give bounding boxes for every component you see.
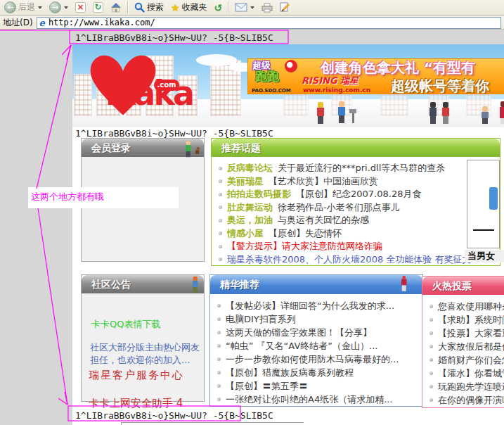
- essence-text[interactable]: 电脑DIY扫盲系列: [226, 312, 296, 326]
- member-login-header: 会员登录: [82, 139, 204, 157]
- history-button[interactable]: ↺: [213, 1, 224, 15]
- bullet-icon: [429, 385, 433, 388]
- list-item[interactable]: 拍拍走数码摄影【原创】纪念2007.08.28月食: [219, 188, 496, 201]
- list-item[interactable]: 大家放假后都是什...: [429, 340, 504, 353]
- list-item[interactable]: 【发帖必读】详细回答“为什么我发的求...: [217, 299, 418, 312]
- favorites-button[interactable]: ★ 收藏夹: [169, 1, 209, 15]
- print-button[interactable]: [260, 1, 274, 15]
- vote-text[interactable]: 【灌水】你看城管...: [438, 367, 504, 380]
- announcements-body: 卡卡QQ表情下载 社区大部分版主由热心网友 担任，也欢迎你的加入... 瑞星客户…: [82, 293, 204, 401]
- bullet-icon: [217, 357, 221, 361]
- topic-text[interactable]: 【艺术欣赏】中国油画欣赏: [269, 175, 378, 189]
- topic-text[interactable]: 徐老鸦作品-小老爷们那点事儿: [278, 201, 400, 215]
- image-line-shape: [473, 229, 494, 231]
- pixel-person-icon: [193, 277, 198, 293]
- topic-text-promo[interactable]: 瑞星杀毒软件2008、个人防火墙2008 全功能体验 有奖征文: [227, 253, 471, 267]
- home-button[interactable]: [109, 1, 123, 15]
- image-blue-shape: [489, 187, 498, 210]
- essence-text[interactable]: 【发帖必读】详细回答“为什么我发的求...: [226, 299, 394, 312]
- topic-keyword-link[interactable]: 肚皮舞运动: [227, 201, 273, 215]
- list-item[interactable]: 奥运，加油与奥运有关回忆的杂感: [219, 214, 496, 227]
- votes-list: 您喜欢使用哪种杀... 【求助】系统时间... 【投票】大家看重... 大家放假…: [422, 295, 504, 407]
- list-item[interactable]: 一张绝对让你叫绝的A4纸张（请求加精...: [217, 393, 418, 406]
- topic-keyword-link[interactable]: 拍拍走数码摄影: [227, 188, 291, 201]
- essence-box: 精华推荐 【发帖必读】详细回答“为什么我发的求... 电脑DIY扫盲系列 这两天…: [209, 274, 423, 407]
- vote-text[interactable]: 婚前财产你们会怎...: [438, 353, 504, 367]
- mail-button[interactable]: [233, 1, 256, 15]
- essence-text[interactable]: 【原创】〓第五季〓: [226, 379, 308, 393]
- list-item[interactable]: “帕虫” 『又名“AV终结者”（金山）...: [217, 339, 418, 353]
- vote-text[interactable]: 【投票】大家看重...: [438, 326, 504, 340]
- topic-text[interactable]: 【原创】纪念2007.08.28月食: [296, 188, 421, 201]
- history-icon: ↺: [214, 3, 223, 13]
- list-item[interactable]: 您喜欢使用哪种杀...: [429, 300, 504, 313]
- topic-keyword-link[interactable]: 奥运，加油: [227, 214, 273, 227]
- address-bar: 地址(D) e http://www.ikaka.com/: [0, 16, 504, 30]
- list-item[interactable]: 美丽瑞星【艺术欣赏】中国油画欣赏: [219, 175, 496, 189]
- list-item[interactable]: 电脑DIY扫盲系列: [217, 312, 418, 326]
- vote-text[interactable]: 您喜欢使用哪种杀...: [438, 300, 504, 313]
- favorites-label: 收藏夹: [182, 1, 207, 13]
- back-icon: ←: [4, 1, 16, 13]
- vote-text[interactable]: 玩跑跑先学连喷还...: [438, 380, 504, 393]
- kaka-assistant-link[interactable]: 卡卡上网安全助手 4: [89, 396, 183, 410]
- list-item[interactable]: 【投票】大家看重...: [429, 326, 504, 340]
- paopao-swirl-icon: [285, 60, 297, 72]
- bullet-icon: [219, 245, 222, 248]
- list-item[interactable]: 【原创】〓第五季〓: [217, 379, 418, 393]
- list-item[interactable]: 瑞星杀毒软件2008、个人防火墙2008 全功能体验 有奖征文: [219, 253, 496, 267]
- list-item[interactable]: 肚皮舞运动徐老鸦作品-小老爷们那点事儿: [219, 201, 496, 215]
- rising-service-link[interactable]: 瑞星客户服务中心: [89, 368, 184, 382]
- list-item[interactable]: 【求助】系统时间...: [429, 313, 504, 326]
- mail-dropdown-icon[interactable]: [250, 6, 254, 9]
- bullet-icon: [219, 231, 222, 235]
- search-button[interactable]: 搜索: [133, 1, 165, 15]
- list-item[interactable]: 婚前财产你们会怎...: [429, 353, 504, 367]
- topic-keyword-link[interactable]: 美丽瑞星: [227, 175, 264, 189]
- list-item[interactable]: 这两天做的镏金字效果图！【分享】: [217, 326, 418, 339]
- topic-text[interactable]: 关于最近流行的***pri.dll等木马群的查杀: [278, 162, 445, 175]
- list-item[interactable]: 一步一步教你如何使用防木马病毒最好的...: [217, 353, 418, 366]
- rising-ad-banner[interactable]: 超级 跑跑 PAO.SDO.COM RISING 瑞星 www.rising.c…: [247, 58, 504, 94]
- list-item[interactable]: 玩跑跑先学连喷还...: [429, 380, 504, 393]
- pixel-person-icon: [500, 101, 504, 124]
- list-item[interactable]: 反病毒论坛关于最近流行的***pri.dll等木马群的查杀: [219, 162, 496, 175]
- address-input[interactable]: e http://www.ikaka.com/: [37, 17, 501, 29]
- list-item[interactable]: 【警方提示】请大家注意防范网络诈骗: [219, 240, 496, 253]
- topics-side-image[interactable]: [467, 160, 500, 248]
- edit-button[interactable]: [278, 1, 292, 15]
- topic-text-warning[interactable]: 【警方提示】请大家注意防范网络诈骗: [227, 240, 382, 253]
- refresh-button[interactable]: ↻: [91, 1, 105, 15]
- essence-text[interactable]: 【原创】猎魔族反病毒系列教程: [226, 366, 354, 379]
- topic-keyword-link[interactable]: 反病毒论坛: [227, 162, 273, 175]
- qq-emoticon-link[interactable]: 卡卡QQ表情下载: [91, 319, 160, 330]
- list-item[interactable]: 在你的偶像开演唱...: [429, 393, 504, 407]
- vote-text[interactable]: 大家放假后都是什...: [438, 340, 504, 353]
- topics-box: 推荐话题 反病毒论坛关于最近流行的***pri.dll等木马群的查杀 美丽瑞星【…: [211, 138, 500, 266]
- topic-text[interactable]: 【原创】失恋情怀: [269, 227, 342, 241]
- essence-text[interactable]: 这两天做的镏金字效果图！【分享】: [226, 326, 372, 339]
- topic-text[interactable]: 与奥运有关回忆的杂感: [278, 214, 369, 227]
- topics-header: 推荐话题: [212, 139, 500, 157]
- vote-text[interactable]: 【求助】系统时间...: [438, 313, 504, 326]
- vote-text[interactable]: 在你的偶像开演唱...: [438, 393, 504, 407]
- list-item[interactable]: 【灌水】你看城管...: [429, 367, 504, 380]
- topic-keyword-link[interactable]: 情感小屋: [227, 227, 264, 241]
- essence-text[interactable]: 一张绝对让你叫绝的A4纸张（请求加精...: [226, 393, 393, 406]
- forward-dropdown-icon[interactable]: [64, 6, 68, 9]
- bullet-icon: [219, 219, 222, 222]
- back-button[interactable]: ← 后退: [3, 1, 44, 15]
- stop-button[interactable]: ×: [74, 1, 87, 15]
- essence-text[interactable]: “帕虫” 『又名“AV终结者”（金山）...: [226, 339, 377, 353]
- forward-button[interactable]: →: [48, 1, 70, 15]
- list-item[interactable]: 【原创】猎魔族反病毒系列教程: [217, 366, 418, 379]
- list-item[interactable]: 情感小屋【原创】失恋情怀: [219, 227, 496, 241]
- bullet-icon: [429, 345, 433, 348]
- essence-text[interactable]: 一步一步教你如何使用防木马病毒最好的...: [226, 353, 399, 366]
- bullet-icon: [217, 371, 221, 374]
- site-logo-text[interactable]: ikaka: [105, 76, 193, 110]
- pixel-person-icon: [429, 102, 437, 124]
- bullet-icon: [217, 331, 221, 334]
- back-dropdown-icon[interactable]: [38, 6, 42, 9]
- pixel-person-icon: [317, 102, 324, 124]
